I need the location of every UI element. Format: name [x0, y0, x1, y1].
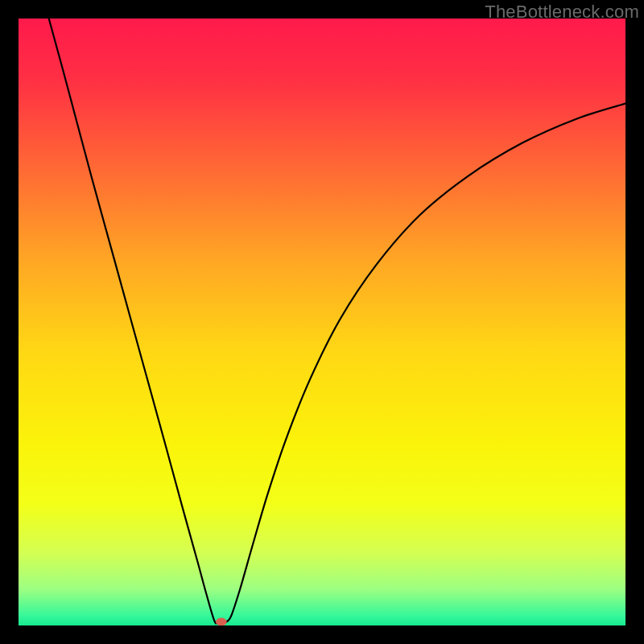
- gradient-background: [19, 19, 625, 625]
- bottleneck-chart: [19, 19, 625, 625]
- chart-frame: [19, 19, 625, 625]
- watermark-text: TheBottleneck.com: [485, 2, 639, 23]
- min-marker: [216, 618, 227, 625]
